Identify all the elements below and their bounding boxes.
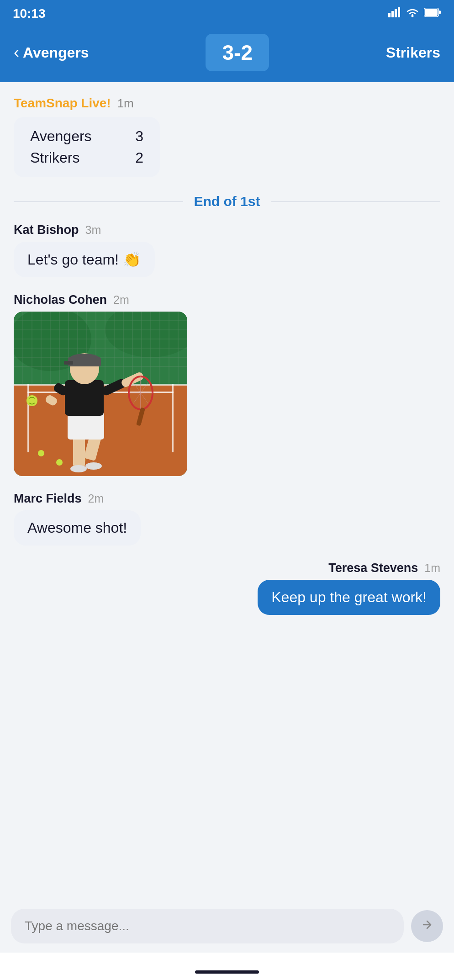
svg-rect-40 (27, 384, 29, 452)
score-card: Avengers 3 Strikers 2 (14, 117, 160, 177)
svg-rect-58 (64, 361, 73, 365)
home-indicator (195, 970, 259, 974)
wifi-icon (406, 7, 419, 20)
period-text: End of 1st (183, 194, 271, 209)
svg-rect-2 (395, 9, 397, 17)
message-input[interactable] (11, 909, 404, 943)
home-team-name: Avengers (30, 128, 92, 145)
back-button[interactable]: ‹ Avengers (14, 43, 89, 62)
message-author-kat: Kat Bishop (14, 223, 79, 237)
svg-point-48 (85, 462, 102, 470)
svg-rect-49 (68, 412, 104, 440)
svg-rect-6 (425, 9, 438, 16)
message-author-teresa: Teresa Stevens (328, 561, 418, 575)
live-event-card: TeamSnap Live! 1m Avengers 3 Strikers 2 (14, 96, 440, 177)
send-button[interactable] (411, 910, 443, 942)
divider-line-left (14, 201, 183, 202)
svg-rect-45 (73, 435, 85, 467)
status-bar: 10:13 (0, 0, 454, 26)
battery-icon (424, 8, 441, 20)
message-time-nicholas: 2m (113, 293, 129, 307)
message-author-row-kat: Kat Bishop 3m (14, 223, 440, 237)
message-author-row-marc: Marc Fields 2m (14, 492, 440, 506)
home-team-label: Avengers (23, 44, 89, 61)
message-group-marc: Marc Fields 2m Awesome shot! (14, 492, 440, 546)
score-text: 3-2 (222, 41, 252, 64)
away-team-score: 2 (135, 149, 143, 166)
score-badge: 3-2 (206, 34, 269, 71)
back-arrow-icon: ‹ (14, 43, 19, 62)
live-label: TeamSnap Live! (14, 96, 111, 111)
message-image-tennis (14, 312, 187, 476)
signal-icon (388, 7, 401, 20)
svg-rect-41 (172, 384, 174, 452)
svg-point-47 (70, 465, 87, 472)
message-author-marc: Marc Fields (14, 492, 82, 506)
main-content: TeamSnap Live! 1m Avengers 3 Strikers 2 … (0, 82, 454, 950)
send-icon (421, 918, 433, 934)
status-time: 10:13 (13, 6, 46, 21)
message-author-nicholas: Nicholas Cohen (14, 293, 107, 307)
away-team-label: Strikers (386, 44, 440, 61)
nav-bar: ‹ Avengers 3-2 Strikers (0, 26, 454, 82)
svg-rect-0 (388, 13, 391, 17)
message-group-teresa: Teresa Stevens 1m Keep up the great work… (14, 561, 440, 615)
message-bubble-marc: Awesome shot! (14, 510, 141, 546)
message-author-row-teresa: Teresa Stevens 1m (328, 561, 440, 575)
message-bubble-kat: Let's go team! 👏 (14, 242, 155, 277)
svg-rect-50 (65, 380, 104, 416)
home-team-score: 3 (135, 128, 143, 145)
score-row-home: Avengers 3 (30, 128, 143, 145)
svg-rect-1 (391, 11, 394, 17)
message-group-kat: Kat Bishop 3m Let's go team! 👏 (14, 223, 440, 277)
away-team-name: Strikers (30, 149, 79, 166)
message-author-row-nicholas: Nicholas Cohen 2m (14, 293, 440, 307)
message-time-kat: 3m (85, 223, 101, 237)
status-icons (388, 7, 441, 20)
svg-rect-3 (398, 7, 400, 17)
svg-point-4 (412, 15, 414, 17)
message-bubble-teresa: Keep up the great work! (258, 580, 440, 615)
score-row-away: Strikers 2 (30, 149, 143, 166)
feed: TeamSnap Live! 1m Avengers 3 Strikers 2 … (0, 82, 454, 615)
svg-rect-7 (439, 11, 441, 14)
live-event-time: 1m (117, 96, 134, 111)
svg-point-42 (38, 450, 44, 456)
period-divider: End of 1st (14, 194, 440, 209)
divider-line-right (271, 201, 441, 202)
message-time-marc: 2m (88, 492, 104, 505)
svg-point-65 (26, 395, 37, 406)
message-group-nicholas: Nicholas Cohen 2m (14, 293, 440, 476)
message-time-teresa: 1m (424, 562, 440, 575)
input-bar (0, 900, 454, 953)
live-event-header: TeamSnap Live! 1m (14, 96, 440, 111)
svg-point-43 (56, 459, 63, 466)
